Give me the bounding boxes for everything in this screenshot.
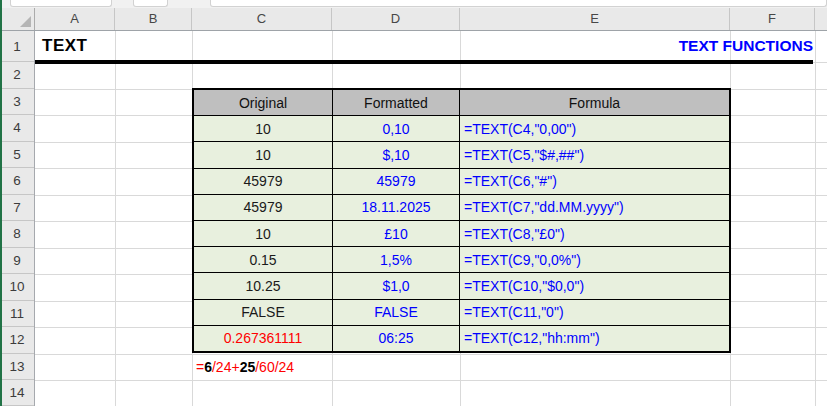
cell-c13-formula[interactable]: =6/24+25/60/24 [196,354,294,380]
cell-e8[interactable]: =TEXT(C8,"£0") [460,221,729,246]
cell-e6[interactable]: =TEXT(C6,"#") [460,169,729,194]
cell-e1-sheet-title[interactable]: TEXT FUNCTIONS [460,31,813,60]
column-header-c[interactable]: C [192,8,332,30]
table-header-original[interactable]: Original [194,90,332,115]
gridline [35,354,827,355]
select-all-icon [20,16,31,27]
row-header-14[interactable]: 14 [0,380,34,406]
cell-e5[interactable]: =TEXT(C5,"$#,##") [460,142,729,167]
column-header-row: A B C D E F [0,8,827,31]
column-header-b[interactable]: B [115,8,192,30]
cell-d12[interactable]: 06:25 [333,326,459,351]
table-header-formula[interactable]: Formula [460,90,729,115]
cell-d5[interactable]: $,10 [333,142,459,167]
c13-segment: 6 [204,359,212,375]
cell-e4[interactable]: =TEXT(C4,"0,00") [460,116,729,141]
row-header-11[interactable]: 11 [0,301,34,328]
c13-segment: /24+ [212,359,240,375]
cell-a1-title[interactable]: TEXT [42,31,87,60]
row-header-4[interactable]: 4 [0,115,34,142]
excel-window: A B C D E F 1 2 3 4 5 6 7 8 9 10 11 12 1… [0,0,827,406]
cell-d7[interactable]: 18.11.2025 [333,195,459,220]
row-header-5[interactable]: 5 [0,142,34,169]
formula-bar-strip [0,0,827,8]
column-header-e[interactable]: E [460,8,730,30]
cell-c11[interactable]: FALSE [194,300,332,325]
gridline [815,31,816,406]
c13-segment: 25 [240,359,256,375]
gridline [115,31,116,406]
c13-segment: = [196,359,204,375]
row-header-13[interactable]: 13 [0,354,34,381]
cell-c7[interactable]: 45979 [194,195,332,220]
cell-c5[interactable]: 10 [194,142,332,167]
cell-d6[interactable]: 45979 [333,169,459,194]
cell-d10[interactable]: $1,0 [333,273,459,298]
title-underline [35,60,813,64]
select-all-button[interactable] [0,8,35,30]
cell-c9[interactable]: 0.15 [194,247,332,272]
cell-d4[interactable]: 0,10 [333,116,459,141]
cell-d9[interactable]: 1,5% [333,247,459,272]
insert-function-button[interactable] [133,0,168,7]
cell-e12[interactable]: =TEXT(C12,"hh:mm") [460,326,729,351]
column-header-d[interactable]: D [332,8,460,30]
formula-bar-input[interactable] [210,0,827,7]
row-header-7[interactable]: 7 [0,195,34,222]
row-header-6[interactable]: 6 [0,168,34,195]
row-header-10[interactable]: 10 [0,274,34,301]
row-header-3[interactable]: 3 [0,89,34,116]
cell-d8[interactable]: £10 [333,221,459,246]
cell-c6[interactable]: 45979 [194,169,332,194]
cell-c12[interactable]: 0.267361111 [194,326,332,351]
cell-e7[interactable]: =TEXT(C7,"dd.MM.yyyy") [460,195,729,220]
row-header-9[interactable]: 9 [0,248,34,275]
row-header-12[interactable]: 12 [0,327,34,354]
column-header-f[interactable]: F [730,8,815,30]
row-header-1[interactable]: 1 [0,31,34,62]
cell-c4[interactable]: 10 [194,116,332,141]
row-header-8[interactable]: 8 [0,221,34,248]
gridline [35,380,827,381]
cell-e9[interactable]: =TEXT(C9,"0,0%") [460,247,729,272]
c13-segment: /60/24 [255,359,294,375]
cell-e11[interactable]: =TEXT(C11,"0") [460,300,729,325]
cell-d11[interactable]: FALSE [333,300,459,325]
text-function-table: Original Formatted Formula 10 0,10 =TEXT… [192,88,731,353]
name-box[interactable] [10,0,112,7]
cell-c10[interactable]: 10.25 [194,273,332,298]
cell-e10[interactable]: =TEXT(C10,"$0,0") [460,273,729,298]
column-header-a[interactable]: A [35,8,115,30]
window-edge-accent [0,0,2,406]
cell-c8[interactable]: 10 [194,221,332,246]
row-header-column: 1 2 3 4 5 6 7 8 9 10 11 12 13 14 [0,31,35,406]
row-header-2[interactable]: 2 [0,62,34,89]
table-header-formatted[interactable]: Formatted [333,90,459,115]
